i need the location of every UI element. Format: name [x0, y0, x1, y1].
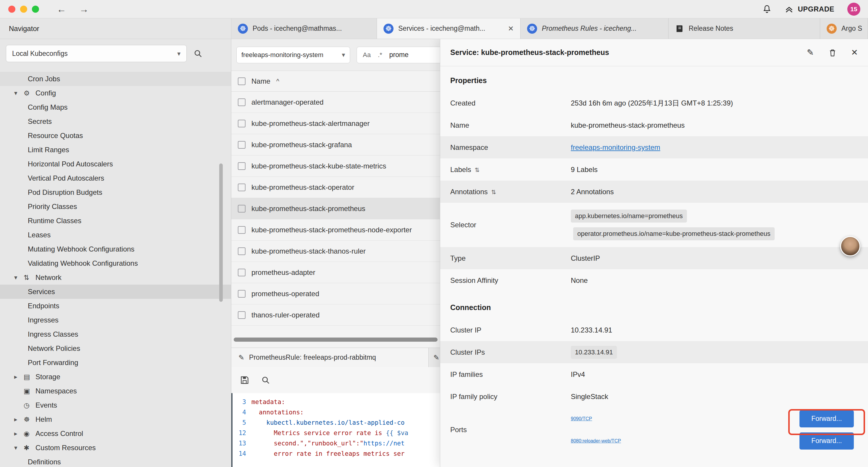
yaml-editor[interactable]: 3 metadata: 4 annotations: 5 kubectl.kub…	[231, 393, 440, 467]
row-checkbox[interactable]	[238, 311, 246, 319]
row-checkbox[interactable]	[238, 98, 246, 106]
table-row[interactable]: prometheus-adapter	[231, 262, 440, 283]
sidebar-scrollbar[interactable]	[219, 164, 223, 302]
sidebar-item[interactable]: Endpoints	[0, 299, 231, 313]
tree-chevron-icon[interactable]	[14, 444, 24, 451]
row-checkbox[interactable]	[238, 290, 246, 298]
row-checkbox[interactable]	[238, 269, 246, 276]
sidebar-item[interactable]: Config	[0, 86, 231, 100]
horizontal-scrollbar[interactable]	[234, 338, 438, 342]
forward-port-button[interactable]: Forward...	[800, 410, 854, 428]
forward-port-button[interactable]: Forward...	[800, 432, 854, 449]
sidebar-search-icon[interactable]	[193, 49, 203, 58]
property-value[interactable]: 9 Labels	[571, 166, 598, 174]
editor-search-icon[interactable]	[261, 375, 270, 385]
property-value[interactable]: 2 Annotations	[571, 188, 614, 196]
port-link[interactable]: 8080:reloader-web/TCP	[571, 438, 621, 444]
sidebar-item[interactable]: Ingress Classes	[0, 327, 231, 341]
row-checkbox[interactable]	[238, 120, 246, 127]
sidebar-item[interactable]: Vertical Pod Autoscalers	[0, 171, 231, 185]
upgrade-button[interactable]: UPGRADE	[785, 5, 834, 13]
row-checkbox[interactable]	[238, 183, 246, 191]
table-row[interactable]: kube-prometheus-stack-grafana	[231, 134, 440, 155]
tab-prometheus-rules[interactable]: Prometheus Rules - icecheng...	[521, 18, 669, 39]
sidebar-item[interactable]: Limit Ranges	[0, 143, 231, 157]
property-label: Created	[450, 99, 475, 107]
forward-arrow-icon[interactable]	[79, 0, 89, 18]
tree-chevron-icon[interactable]	[14, 416, 24, 423]
namespace-link[interactable]: freeleaps-monitoring-system	[571, 143, 660, 152]
sidebar-item[interactable]: Storage	[0, 370, 231, 384]
table-row[interactable]: kube-prometheus-stack-operator	[231, 177, 440, 198]
sidebar-item[interactable]: Network	[0, 270, 231, 285]
sidebar-item[interactable]: Helm	[0, 412, 231, 427]
close-window-button[interactable]	[8, 6, 16, 13]
table-row[interactable]: kube-prometheus-stack-kube-state-metrics	[231, 155, 440, 177]
sidebar-item[interactable]: Events	[0, 398, 231, 412]
table-row[interactable]: kube-prometheus-stack-thanos-ruler	[231, 241, 440, 262]
row-checkbox[interactable]	[238, 226, 246, 234]
sidebar-item[interactable]: Validating Webhook Configurations	[0, 256, 231, 270]
sidebar-item[interactable]: Config Maps	[0, 100, 231, 114]
sidebar-item[interactable]: Mutating Webhook Configurations	[0, 242, 231, 256]
dock-tab-prometheusrule[interactable]: PrometheusRule: freeleaps-prod-rabbitmq	[231, 348, 429, 367]
match-case-toggle[interactable]: Aa	[363, 51, 371, 59]
sidebar-item[interactable]: Resource Quotas	[0, 128, 231, 143]
table-row[interactable]: prometheus-operated	[231, 283, 440, 304]
sidebar-item[interactable]: Horizontal Pod Autoscalers	[0, 157, 231, 171]
tab-services[interactable]: Services - icecheng@math...	[377, 18, 521, 39]
sidebar-item[interactable]: Services	[0, 285, 231, 299]
row-checkbox[interactable]	[238, 162, 246, 170]
delete-resource-icon[interactable]	[828, 48, 837, 57]
table-row[interactable]: kube-prometheus-stack-prometheus	[231, 198, 440, 219]
sidebar-item[interactable]: Pod Disruption Budgets	[0, 185, 231, 200]
regex-toggle[interactable]: .*	[378, 51, 382, 59]
kubeconfig-selector[interactable]: Local Kubeconfigs	[6, 45, 187, 62]
sidebar-item[interactable]: Custom Resources	[0, 441, 231, 455]
sidebar-item[interactable]: Cron Jobs	[0, 72, 231, 86]
notifications-bell-icon[interactable]	[762, 4, 772, 14]
sidebar-item[interactable]: Access Control	[0, 427, 231, 441]
sidebar-item[interactable]: Runtime Classes	[0, 214, 231, 228]
minimize-window-button[interactable]	[20, 6, 27, 13]
table-row[interactable]: kube-prometheus-stack-alertmanager	[231, 113, 440, 134]
save-icon[interactable]	[240, 375, 250, 385]
close-panel-icon[interactable]	[851, 48, 858, 57]
list-search-input[interactable]: Aa .* prome	[356, 47, 440, 63]
sidebar-item[interactable]: Definitions	[0, 455, 231, 467]
sidebar-item[interactable]: Secrets	[0, 114, 231, 128]
maximize-window-button[interactable]	[32, 6, 39, 13]
sidebar-item[interactable]: Ingresses	[0, 313, 231, 327]
floating-avatar[interactable]	[840, 236, 860, 256]
table-row[interactable]: thanos-ruler-operated	[231, 304, 440, 326]
tree-chevron-icon[interactable]	[14, 90, 24, 97]
dock-tab-next-partial[interactable]	[429, 348, 440, 367]
sort-ascending-icon[interactable]	[276, 78, 279, 85]
name-column-header[interactable]: Name	[251, 77, 270, 85]
sidebar-item[interactable]: Network Policies	[0, 341, 231, 356]
edit-resource-icon[interactable]	[807, 48, 814, 57]
expand-toggle-icon[interactable]	[491, 188, 496, 196]
expand-toggle-icon[interactable]	[475, 166, 480, 174]
tab-pods[interactable]: Pods - icecheng@mathmas...	[231, 18, 377, 39]
row-checkbox[interactable]	[238, 247, 246, 255]
sidebar-item[interactable]: Namespaces	[0, 384, 231, 398]
table-row[interactable]: kube-prometheus-stack-prometheus-node-ex…	[231, 219, 440, 241]
namespace-filter-dropdown[interactable]: freeleaps-monitoring-system	[236, 47, 350, 63]
close-tab-icon[interactable]	[508, 25, 514, 33]
select-all-checkbox[interactable]	[238, 78, 246, 85]
row-checkbox[interactable]	[238, 141, 246, 149]
table-row[interactable]: alertmanager-operated	[231, 92, 440, 113]
port-link[interactable]: 9090/TCP	[571, 416, 592, 421]
sidebar-item[interactable]: Priority Classes	[0, 200, 231, 214]
tree-chevron-icon[interactable]	[14, 373, 24, 380]
tab-release-notes[interactable]: Release Notes	[669, 18, 820, 39]
tree-chevron-icon[interactable]	[14, 430, 24, 437]
sidebar-item[interactable]: Port Forwarding	[0, 356, 231, 370]
notification-count-badge[interactable]: 15	[847, 3, 860, 16]
back-arrow-icon[interactable]	[57, 0, 66, 18]
row-checkbox[interactable]	[238, 205, 246, 212]
tree-chevron-icon[interactable]	[14, 274, 24, 281]
tab-argo[interactable]: Argo S	[820, 18, 868, 39]
sidebar-item[interactable]: Leases	[0, 228, 231, 242]
